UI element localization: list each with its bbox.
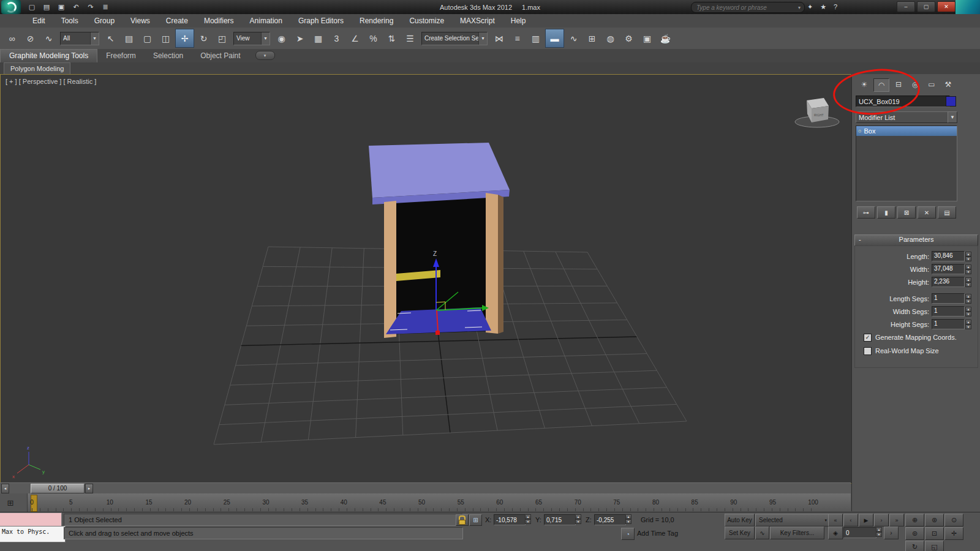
edit-named-selections-icon[interactable]: ☰ — [401, 29, 419, 47]
menu-item-animation[interactable]: Animation — [242, 14, 290, 28]
select-and-link-icon[interactable]: ∞ — [3, 29, 21, 47]
select-object-icon[interactable]: ↖ — [102, 29, 119, 47]
visibility-bulb-icon[interactable]: ○ — [858, 128, 861, 134]
coord-x-input[interactable] — [494, 517, 525, 523]
coord-x-spinner[interactable]: ▲▼ — [525, 514, 531, 524]
add-time-tag[interactable]: Add Time Tag — [637, 530, 678, 537]
render-production-icon[interactable]: ☕ — [657, 29, 674, 47]
time-slider-right-arrow[interactable]: ▸ — [85, 484, 93, 493]
minimize-button[interactable]: – — [897, 1, 915, 12]
material-editor-icon[interactable]: ◍ — [601, 29, 619, 47]
menu-item-group[interactable]: Group — [86, 14, 123, 28]
new-scene-icon[interactable]: ▢ — [26, 1, 38, 12]
close-button[interactable]: ✕ — [937, 1, 956, 12]
timeline-tick[interactable]: 0 — [28, 499, 36, 506]
checkbox[interactable]: ✓ — [864, 334, 872, 342]
timeline-tick[interactable]: 70 — [574, 499, 581, 506]
coord-y-field[interactable] — [544, 514, 576, 525]
next-frame-icon[interactable]: › — [874, 514, 889, 527]
timeline-tick[interactable]: 75 — [613, 499, 620, 506]
box-object[interactable] — [369, 143, 510, 338]
tab-create[interactable]: ☀ — [857, 78, 872, 91]
viewport-canvas[interactable]: Z RIGHT x y z — [1, 75, 850, 482]
spinner[interactable]: ▲▼ — [965, 252, 971, 261]
tab-motion[interactable]: ◎ — [908, 78, 922, 91]
layer-manager-icon[interactable]: ▥ — [527, 29, 545, 47]
perspective-viewport[interactable]: [ + ] [ Perspective ] [ Realistic ] Z — [0, 74, 852, 484]
absolute-mode-toggle[interactable]: ⊞ — [469, 514, 482, 526]
snap-toggle-icon[interactable]: 3 — [328, 29, 345, 47]
save-file-icon[interactable]: ▣ — [55, 1, 67, 12]
menu-item-rendering[interactable]: Rendering — [352, 14, 401, 28]
ribbon-toggle-icon[interactable]: ▬ — [545, 29, 564, 48]
search-input[interactable] — [695, 4, 796, 12]
coord-x-field[interactable] — [494, 514, 526, 525]
menu-item-help[interactable]: Help — [503, 14, 534, 28]
menu-item-tools[interactable]: Tools — [53, 14, 86, 28]
workspace-icon[interactable]: ≣ — [99, 1, 111, 12]
select-and-scale-icon[interactable]: ◰ — [213, 29, 231, 47]
key-mode-toggle[interactable]: ◈ — [828, 527, 843, 539]
select-and-manipulate-icon[interactable]: ➤ — [291, 29, 309, 47]
key-filters-button[interactable]: Key Filters... — [770, 527, 824, 539]
time-slider-left-arrow[interactable]: ◂ — [1, 484, 9, 493]
favorites-icon[interactable]: ★ — [820, 3, 826, 11]
time-slider-handle[interactable]: 0 / 100 — [31, 484, 85, 493]
search-dropdown-icon[interactable]: ▾ — [798, 5, 801, 10]
timeline-tick[interactable]: 80 — [652, 499, 660, 506]
mirror-icon[interactable]: ⋈ — [490, 29, 508, 47]
checkbox[interactable] — [864, 347, 872, 355]
zoom-extents-icon[interactable]: ⊙ — [944, 514, 963, 527]
frame-spinner[interactable]: ▲▼ — [876, 527, 882, 537]
orbit-icon[interactable]: ↻ — [905, 541, 924, 551]
pin-stack-icon[interactable]: ⊶ — [857, 206, 875, 219]
go-to-end-icon[interactable]: » — [889, 514, 904, 527]
modifier-list-dropdown[interactable]: Modifier List — [856, 111, 954, 123]
maxscript-mini-listener[interactable]: Max to Physc. — [0, 526, 66, 542]
modifier-list-arrow-icon[interactable]: ▼ — [948, 111, 957, 123]
menu-item-graph-editors[interactable]: Graph Editors — [290, 14, 352, 28]
timeline-tick[interactable]: 100 — [808, 499, 818, 506]
application-menu-button[interactable] — [1, 0, 21, 14]
coord-y-input[interactable] — [545, 517, 575, 523]
viewport-label[interactable]: [ + ] [ Perspective ] [ Realistic ] — [6, 78, 96, 85]
menu-item-edit[interactable]: Edit — [24, 14, 53, 28]
parameters-rollout-header[interactable]: -Parameters — [854, 234, 978, 246]
timeline-tick[interactable]: 30 — [262, 499, 270, 506]
remove-modifier-icon[interactable]: ✕ — [918, 206, 936, 219]
default-tangent-icon[interactable]: ∿ — [755, 527, 769, 539]
auto-key-button[interactable]: Auto Key — [725, 514, 755, 527]
schematic-view-icon[interactable]: ⊞ — [583, 29, 601, 47]
named-selection-sets-dropdown[interactable]: Create Selection Se▾ — [421, 32, 488, 45]
object-name-field[interactable] — [856, 96, 950, 107]
communication-center-icon[interactable]: ✦ — [807, 3, 813, 11]
selection-region-icon[interactable]: ▢ — [138, 29, 156, 47]
timeline-tick[interactable]: 40 — [340, 499, 347, 506]
key-mode-dropdown[interactable]: Selected ▾ — [755, 514, 831, 527]
timeline-tick[interactable]: 20 — [184, 499, 192, 506]
selection-filter-dropdown[interactable]: All▾ — [60, 32, 99, 45]
param-value-field[interactable]: 30,846 — [932, 251, 965, 261]
current-frame-input[interactable] — [844, 530, 876, 536]
coord-y-spinner[interactable]: ▲▼ — [575, 514, 581, 524]
maximize-button[interactable]: ▢ — [917, 1, 935, 12]
viewcube[interactable]: RIGHT — [795, 98, 839, 127]
maximize-viewport-icon[interactable]: ◱ — [925, 541, 944, 551]
timeline-tick[interactable]: 15 — [145, 499, 153, 506]
macro-recorder-pane[interactable] — [0, 512, 62, 527]
timeline-tick[interactable]: 95 — [769, 499, 776, 506]
redo-icon[interactable]: ↷ — [85, 1, 97, 12]
unlink-selection-icon[interactable]: ⊘ — [21, 29, 39, 47]
zoom-icon[interactable]: ⊕ — [905, 514, 924, 527]
previous-frame-icon[interactable]: ‹ — [843, 514, 858, 527]
timeline-tick[interactable]: 60 — [496, 499, 503, 506]
time-tag-icon[interactable]: ◔ — [621, 528, 635, 540]
coord-z-input[interactable] — [595, 517, 625, 523]
select-by-name-icon[interactable]: ▤ — [120, 29, 138, 47]
timeline-tick[interactable]: 90 — [730, 499, 737, 506]
param-value-field[interactable]: 37,048 — [932, 264, 965, 274]
param-value-field[interactable]: 2,236 — [932, 277, 965, 287]
configure-modifier-sets-icon[interactable]: ▤ — [938, 206, 956, 219]
modifier-stack-item[interactable]: ○Box — [856, 126, 957, 136]
menu-item-views[interactable]: Views — [123, 14, 158, 28]
